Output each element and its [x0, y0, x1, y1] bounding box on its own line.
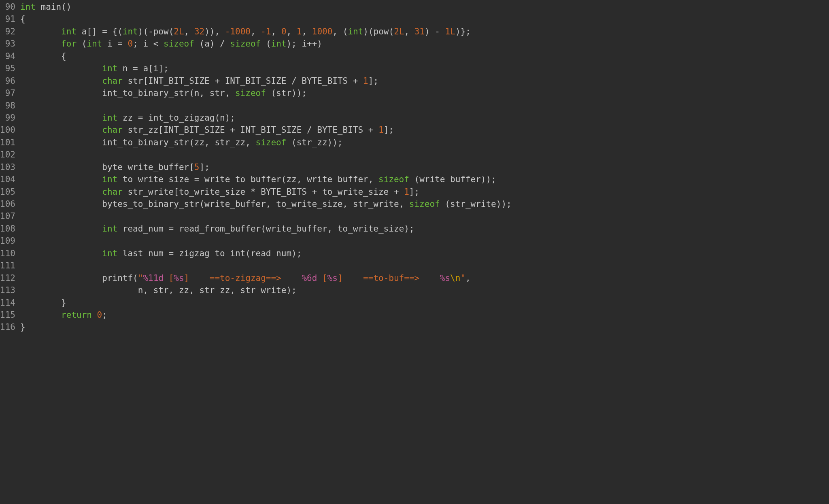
token-op: n = a[i]; — [117, 64, 168, 73]
token-kw: sizeof — [378, 174, 409, 184]
token-op — [20, 273, 102, 283]
token-op: (zz, write_buffer, — [281, 174, 378, 184]
token-num: 5 — [194, 162, 200, 172]
code-line: int a[] = {(int)(-pow(2L, 32)), -1000, -… — [20, 26, 829, 38]
token-op: , — [184, 27, 194, 36]
line-number: 94 — [0, 50, 15, 62]
token-num: 1 — [297, 27, 302, 36]
line-number: 113 — [0, 284, 15, 296]
token-op: ); i++) — [286, 39, 322, 49]
code-line: int read_num = read_from_buffer(write_bu… — [20, 223, 829, 235]
token-kw: int — [123, 27, 138, 36]
token-num: 0 — [281, 27, 287, 36]
token-num: 2L — [174, 27, 184, 36]
line-number: 114 — [0, 297, 15, 309]
token-op: { — [20, 51, 66, 61]
token-num: 1L — [445, 27, 455, 36]
token-str: " — [460, 273, 466, 283]
token-op: ( — [77, 39, 87, 49]
token-op: ]; — [199, 162, 209, 172]
token-op: (n, str, — [189, 88, 235, 98]
code-line: for (int i = 0; i < sizeof (a) / sizeof … — [20, 38, 829, 50]
token-num: 1 — [378, 125, 384, 135]
line-number: 102 — [0, 149, 15, 161]
token-op: ]; — [368, 76, 378, 86]
token-num: 1 — [363, 76, 368, 86]
token-op: , ( — [332, 27, 348, 36]
token-op: ( — [389, 27, 394, 36]
token-op: , — [287, 27, 297, 36]
line-number-gutter: 9091929394959697989910010110210310410510… — [0, 1, 19, 504]
code-line: return 0; — [20, 309, 829, 321]
line-number: 98 — [0, 100, 15, 112]
line-number: 96 — [0, 75, 15, 87]
token-op: { — [20, 14, 26, 24]
token-num: 0 — [128, 39, 133, 49]
token-kw: int — [20, 2, 36, 12]
token-kw: char — [102, 125, 123, 135]
code-line: bytes_to_binary_str(write_buffer, to_wri… — [20, 198, 829, 210]
token-op: (str)); — [266, 88, 307, 98]
token-op: ( — [133, 273, 138, 283]
token-str: ] ==to-zigzag==> — [184, 273, 302, 283]
token-str: [ — [164, 273, 174, 283]
line-number: 112 — [0, 272, 15, 284]
token-op: str[INT_BIT_SIZE + INT_BIT_SIZE / BYTE_B… — [123, 76, 363, 86]
token-fmt: %11d — [143, 273, 164, 283]
token-kw: sizeof — [230, 39, 261, 49]
line-number: 110 — [0, 247, 15, 259]
line-number: 95 — [0, 62, 15, 74]
token-num: 0 — [97, 310, 102, 320]
token-op — [20, 162, 102, 172]
token-kw: sizeof — [256, 138, 287, 147]
code-line: printf("%11d [%s] ==to-zigzag==> %6d [%s… — [20, 272, 829, 284]
line-number: 115 — [0, 309, 15, 321]
token-kw: sizeof — [164, 39, 194, 49]
token-op: ]; — [384, 125, 394, 135]
token-num: 2L — [394, 27, 404, 36]
token-op: (read_num); — [245, 249, 302, 258]
token-fmt: %s — [327, 273, 338, 283]
code-line: int to_write_size = write_to_buffer(zz, … — [20, 173, 829, 185]
token-fn: printf — [102, 273, 133, 283]
line-number: 116 — [0, 321, 15, 333]
token-op — [20, 174, 102, 184]
line-number: 106 — [0, 198, 15, 210]
token-num: 1 — [404, 187, 409, 197]
token-kw: int — [61, 27, 77, 36]
token-op — [20, 64, 102, 73]
token-op: (str_zz)); — [286, 138, 342, 147]
code-line — [20, 210, 829, 222]
token-op: read_num = — [117, 224, 179, 234]
line-number: 107 — [0, 210, 15, 222]
token-op — [20, 310, 61, 320]
token-op: )(- — [138, 27, 153, 36]
token-op: (str_write)); — [440, 199, 512, 209]
token-kw: sizeof — [409, 199, 440, 209]
token-op: (a) / — [194, 39, 230, 49]
token-fn: write_to_buffer — [204, 174, 281, 184]
token-kw: int — [348, 27, 363, 36]
token-str: ] ==to-buf==> — [338, 273, 440, 283]
token-fn: int_to_binary_str — [102, 88, 189, 98]
token-op — [36, 2, 41, 12]
token-op — [20, 138, 102, 147]
token-op — [20, 76, 102, 86]
line-number: 103 — [0, 161, 15, 173]
line-number: 104 — [0, 173, 15, 185]
token-op: ( — [169, 27, 174, 36]
token-op: (write_buffer)); — [409, 174, 496, 184]
token-op: , — [466, 273, 471, 283]
token-kw: int — [102, 249, 117, 258]
line-number: 97 — [0, 87, 15, 99]
code-line — [20, 235, 829, 247]
code-line: n, str, zz, str_zz, str_write); — [20, 284, 829, 296]
token-op: ; i < — [133, 39, 164, 49]
code-line: char str[INT_BIT_SIZE + INT_BIT_SIZE / B… — [20, 75, 829, 87]
token-op: to_write_size = — [117, 174, 204, 184]
token-op: i = — [102, 39, 128, 49]
token-op: ; — [102, 310, 107, 320]
line-number: 111 — [0, 259, 15, 272]
token-op — [20, 88, 102, 98]
code-line: } — [20, 321, 829, 333]
